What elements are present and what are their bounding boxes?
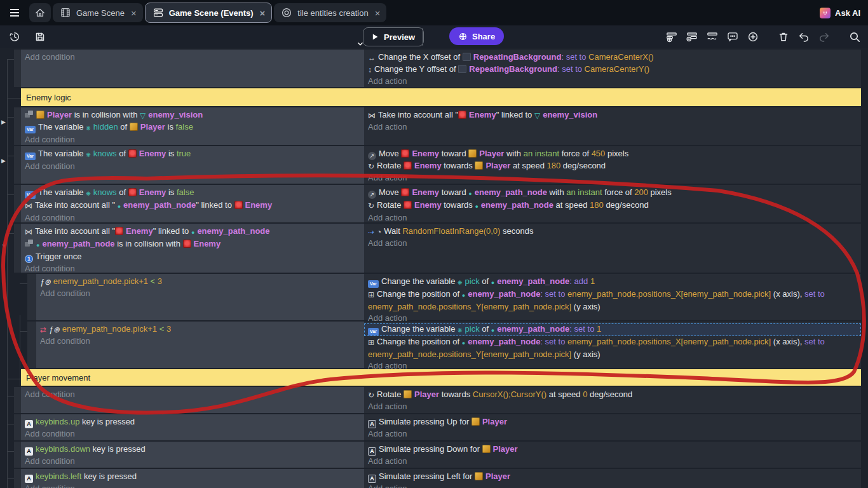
tree-tick: [7, 233, 14, 234]
add-action-button[interactable]: Add action: [364, 428, 861, 440]
conditions-cell: Add condition: [21, 387, 364, 413]
tab-game-scene-events[interactable]: Game Scene (Events)×: [145, 3, 273, 23]
add-action-button[interactable]: Add action: [364, 401, 861, 412]
comment-row[interactable]: Player movement: [21, 369, 861, 386]
event-drag-handle[interactable]: [27, 322, 36, 368]
add-action-button[interactable]: Add action: [364, 456, 861, 467]
add-condition-button[interactable]: Add condition: [21, 212, 364, 224]
action-line[interactable]: ASimulate pressing Down for Player: [364, 444, 861, 456]
event-drag-handle[interactable]: [27, 274, 36, 320]
event-drag-handle[interactable]: [14, 442, 21, 468]
action-line[interactable]: ⊞Change the position of ●enemy_path_node…: [364, 288, 861, 313]
chevron-down-icon[interactable]: ▼: [1, 243, 7, 249]
event-drag-handle[interactable]: [14, 387, 21, 413]
event-drag-handle[interactable]: [14, 224, 21, 273]
action-line[interactable]: ↻Rotate Player towards CursorX();CursorY…: [364, 389, 861, 401]
action-line[interactable]: VarChange the variable ❋pick of ●enemy_p…: [364, 276, 861, 288]
text-token: is in collision with: [72, 110, 140, 119]
add-condition-button[interactable]: Add condition: [21, 483, 364, 488]
preview-button[interactable]: Preview: [363, 27, 424, 46]
actions-cell: ↗Move Enemy toward Player with an instan…: [364, 146, 861, 184]
share-button[interactable]: Share: [449, 27, 504, 45]
chevron-right-icon[interactable]: ▶: [1, 158, 6, 164]
ask-ai-button[interactable]: Ask AI: [820, 0, 860, 25]
event-drag-handle[interactable]: [14, 107, 21, 145]
text-token: 3: [166, 324, 171, 334]
add-event-icon[interactable]: [663, 29, 680, 45]
text-token: 200: [634, 187, 648, 197]
save-icon[interactable]: [32, 29, 48, 45]
close-tab-icon[interactable]: ×: [131, 8, 137, 18]
add-action-button[interactable]: Add action: [364, 76, 861, 87]
add-condition-button[interactable]: Add condition: [36, 336, 364, 347]
add-action-button[interactable]: Add action: [364, 172, 861, 184]
add-condition-button[interactable]: Add condition: [21, 134, 364, 146]
tab-home[interactable]: [29, 3, 51, 22]
add-action-button[interactable]: Add action: [364, 483, 861, 488]
action-line[interactable]: ↻Rotate Enemy towards Player at speed 18…: [364, 160, 861, 172]
condition-line[interactable]: VarThe variable ❋knows of Enemy is true: [21, 148, 364, 161]
close-tab-icon[interactable]: ×: [375, 8, 381, 18]
history-icon[interactable]: [6, 29, 23, 45]
add-circle-icon[interactable]: [745, 29, 761, 45]
action-line[interactable]: ↗Move Enemy toward ●enemy_path_node with…: [364, 187, 861, 200]
condition-line[interactable]: ⇄ƒ⊛enemy_path_node.pick+1 < 3: [36, 323, 364, 336]
undo-icon[interactable]: [796, 29, 812, 45]
action-line[interactable]: ASimulate pressing Up for Player: [364, 416, 861, 428]
text-token: Simulate pressing Up for: [379, 417, 471, 426]
add-action-button[interactable]: Add action: [364, 121, 861, 133]
chevron-right-icon[interactable]: ▶: [1, 119, 6, 125]
event-drag-handle[interactable]: [14, 50, 21, 87]
event-drag-handle[interactable]: [14, 414, 21, 440]
add-condition-button[interactable]: Add condition: [21, 456, 364, 467]
action-line[interactable]: ↔Change the X offset of RepeatingBackgro…: [364, 51, 861, 64]
condition-line[interactable]: ƒ⊛enemy_path_node.pick+1 < 3: [36, 276, 364, 288]
condition-line[interactable]: Akeybinds.down key is pressed: [21, 444, 364, 456]
add-condition-button[interactable]: Add condition: [21, 389, 364, 400]
search-icon[interactable]: [846, 29, 863, 45]
add-wave-event-icon[interactable]: [704, 29, 721, 45]
add-action-button[interactable]: Add action: [364, 238, 861, 249]
add-condition-button[interactable]: Add condition: [21, 51, 364, 63]
condition-line[interactable]: Akeybinds.up key is pressed: [21, 416, 364, 428]
text-token: enemy_vision: [543, 110, 597, 119]
comment-row[interactable]: Enemy logic: [21, 88, 861, 106]
action-line[interactable]: ⇢◔Wait RandomFloatInRange(0,0) seconds: [364, 226, 861, 238]
condition-line[interactable]: 1Trigger once: [21, 251, 364, 263]
condition-line[interactable]: Player is in collision with ▽enemy_visio…: [21, 109, 364, 121]
text-token: knows: [93, 149, 117, 158]
comment-icon[interactable]: [724, 29, 741, 45]
condition-line[interactable]: VarThe variable ❋hidden of Player is fal…: [21, 121, 364, 134]
add-action-button[interactable]: Add action: [364, 212, 861, 224]
condition-line[interactable]: ⋈Take into account all " ●enemy_path_nod…: [21, 200, 364, 212]
condition-line[interactable]: ●enemy_path_node is in collision with En…: [21, 238, 364, 251]
tab-game-scene[interactable]: Game Scene×: [53, 3, 143, 22]
add-condition-button[interactable]: Add condition: [21, 161, 364, 172]
action-line[interactable]: VarChange the variable ❋pick of ●enemy_p…: [364, 323, 861, 336]
tab-tile-entities-creation[interactable]: tile entities creation×: [274, 3, 386, 22]
add-condition-button[interactable]: Add condition: [21, 428, 364, 440]
condition-line[interactable]: ⋈Take into account all "Enemy" linked to…: [21, 226, 364, 238]
action-line[interactable]: ⊞Change the position of ●enemy_path_node…: [364, 336, 861, 360]
action-line[interactable]: ↕Change the Y offset of RepeatingBackgro…: [364, 64, 861, 76]
condition-line[interactable]: VarThe variable ❋knows of Enemy is false: [21, 187, 364, 200]
action-line[interactable]: ↻Rotate Enemy towards ●enemy_path_node a…: [364, 200, 861, 212]
preview-dropdown-chevron-icon[interactable]: [351, 39, 370, 48]
condition-line[interactable]: Akeybinds.left key is pressed: [21, 471, 364, 483]
add-subevent-icon[interactable]: [684, 29, 700, 45]
hamburger-menu-icon[interactable]: [6, 4, 23, 21]
action-line[interactable]: ↗Move Enemy toward Player with an instan…: [364, 148, 861, 160]
event-drag-handle[interactable]: [14, 146, 21, 184]
action-line[interactable]: ⋈Take into account all "Enemy" linked to…: [364, 109, 861, 121]
event-drag-handle[interactable]: [14, 469, 21, 488]
event-row: Add condition↻Rotate Player towards Curs…: [14, 387, 861, 413]
event-drag-handle[interactable]: [14, 185, 21, 222]
action-line[interactable]: ASimulate pressing Left for Player: [364, 471, 861, 483]
tree-tick: [7, 156, 14, 156]
close-tab-icon[interactable]: ×: [260, 8, 266, 18]
trash-icon[interactable]: [775, 29, 792, 45]
add-condition-button[interactable]: Add condition: [36, 288, 364, 299]
actions-cell: VarChange the variable ❋pick of ●enemy_p…: [364, 274, 861, 320]
add-condition-button[interactable]: Add condition: [21, 263, 364, 274]
text-token: false: [176, 122, 193, 132]
